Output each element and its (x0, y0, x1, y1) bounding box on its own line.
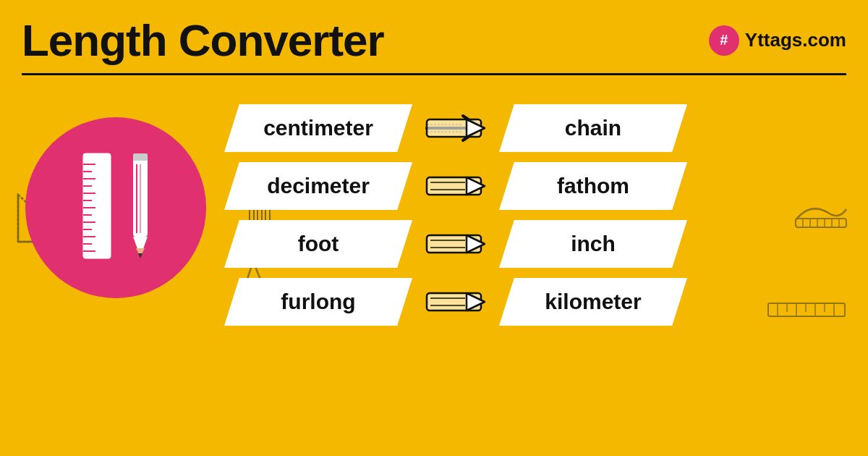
unit-from-decimeter[interactable]: decimeter (224, 162, 412, 210)
page-title: Length Converter (22, 14, 384, 66)
arrow-2 (412, 166, 499, 206)
svg-rect-47 (133, 153, 148, 161)
conversion-row-1: centimeter chain (224, 104, 854, 152)
unit-from-foot[interactable]: foot (224, 220, 412, 268)
unit-to-kilometer[interactable]: kilometer (499, 278, 687, 326)
hero-circle (25, 117, 206, 298)
conversion-rows: centimeter chain (224, 104, 854, 326)
conversion-row-2: decimeter fathom (224, 162, 854, 210)
main-content: centimeter chain (0, 75, 868, 333)
brand: # Yttags.com (709, 25, 846, 56)
conversion-row-3: foot inch (224, 220, 854, 268)
brand-icon: # (709, 25, 739, 56)
brand-hash: # (720, 32, 728, 48)
conversion-row-4: furlong kilometer (224, 278, 854, 326)
unit-to-chain[interactable]: chain (499, 104, 687, 152)
hero-illustration (14, 90, 217, 326)
arrow-3 (412, 224, 499, 264)
conversion-list: centimeter chain (224, 90, 854, 326)
svg-marker-46 (138, 253, 142, 258)
svg-rect-27 (83, 153, 111, 258)
unit-to-inch[interactable]: inch (499, 220, 687, 268)
brand-name: Yttags.com (745, 29, 846, 51)
unit-from-furlong[interactable]: furlong (224, 278, 412, 326)
unit-to-fathom[interactable]: fathom (499, 162, 687, 210)
arrow-4 (412, 282, 499, 322)
header: Length Converter # Yttags.com (0, 0, 868, 73)
arrow-1 (412, 109, 499, 148)
unit-from-centimeter[interactable]: centimeter (224, 104, 412, 152)
